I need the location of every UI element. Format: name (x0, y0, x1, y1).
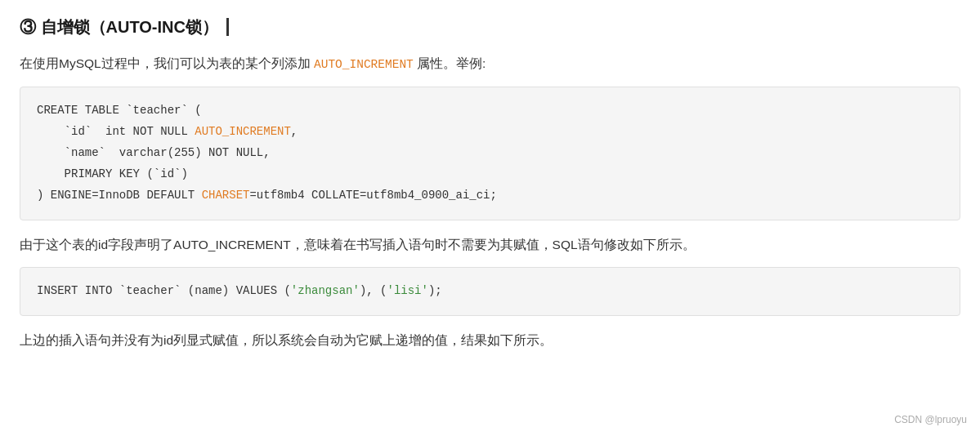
value-zhangsan: 'zhangsan' (291, 284, 360, 297)
code-block-insert: INSERT INTO `teacher` (name) VALUES ('zh… (20, 267, 960, 316)
para1-suffix: 属性。举例: (414, 56, 486, 70)
para1-code: AUTO_INCREMENT (314, 58, 414, 71)
code-block-create-table: CREATE TABLE `teacher` ( `id` int NOT NU… (20, 87, 960, 220)
para1-prefix: 在使用MySQL过程中，我们可以为表的某个列添加 (20, 56, 314, 70)
paragraph-1: 在使用MySQL过程中，我们可以为表的某个列添加 AUTO_INCREMENT … (20, 52, 960, 75)
paragraph-3: 上边的插入语句并没有为id列显式赋值，所以系统会自动为它赋上递增的值，结果如下所… (20, 329, 960, 352)
para3-text: 上边的插入语句并没有为id列显式赋值，所以系统会自动为它赋上递增的值，结果如下所… (20, 333, 553, 347)
watermark: CSDN @lpruoyu (894, 412, 967, 428)
value-lisi: 'lisi' (387, 284, 427, 297)
auto-increment-keyword: AUTO_INCREMENT (195, 125, 291, 138)
section-title-text: ③ 自增锁（AUTO-INC锁） (20, 13, 218, 41)
title-divider (226, 18, 229, 36)
paragraph-2: 由于这个表的id字段声明了AUTO_INCREMENT，意味着在书写插入语句时不… (20, 234, 960, 256)
code-line-1: CREATE TABLE `teacher` ( `id` int NOT NU… (37, 104, 497, 202)
para2-text: 由于这个表的id字段声明了AUTO_INCREMENT，意味着在书写插入语句时不… (20, 238, 696, 251)
section-title: ③ 自增锁（AUTO-INC锁） (20, 13, 960, 41)
charset-keyword: CHARSET (202, 189, 250, 202)
